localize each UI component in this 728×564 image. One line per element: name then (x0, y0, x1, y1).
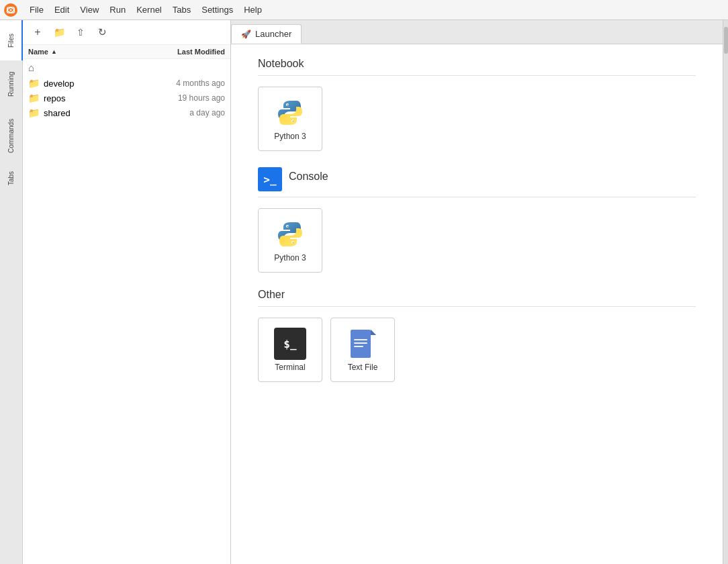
notebook-section-title: Notebook (258, 58, 696, 70)
new-folder-button[interactable]: 📁 (50, 23, 69, 42)
terminal-label: Terminal (275, 363, 305, 372)
terminal-card[interactable]: $_ Terminal (258, 318, 322, 382)
file-list-header: Name ▲ Last Modified (23, 45, 230, 59)
svg-point-3 (10, 9, 12, 11)
launcher-panel: Notebook (231, 44, 723, 564)
python3-console-label: Python 3 (274, 253, 306, 263)
console-divider (258, 197, 696, 197)
file-name: shared (44, 108, 138, 118)
right-scrollbar[interactable] (723, 20, 728, 564)
textfile-label: Text File (348, 363, 378, 372)
notebook-grid: Python 3 (258, 87, 696, 151)
file-date: 19 hours ago (138, 93, 225, 103)
other-divider (258, 306, 696, 307)
col-name-header[interactable]: Name ▲ (28, 48, 138, 56)
python3-notebook-label: Python 3 (274, 132, 306, 141)
menu-view[interactable]: View (75, 2, 104, 17)
folder-icon: 📁 (28, 93, 40, 103)
right-scrollbar-thumb[interactable] (724, 27, 728, 54)
python3-console-icon (274, 218, 306, 250)
refresh-button[interactable]: ↻ (93, 23, 111, 42)
console-section-header: >_ Console (258, 167, 696, 191)
launcher-tab-label: Launcher (255, 29, 291, 39)
svg-point-6 (287, 105, 289, 106)
menu-tabs[interactable]: Tabs (167, 2, 196, 17)
console-grid: Python 3 (258, 208, 696, 273)
commands-label: Commands (7, 119, 14, 153)
main-content: 🚀 Launcher Notebook (231, 20, 723, 564)
file-date: a day ago (138, 108, 225, 117)
file-toolbar: + 📁 ⇧ ↻ (23, 20, 230, 45)
svg-point-10 (287, 226, 289, 228)
main-layout: Files Running Commands Tabs + 📁 ⇧ ↻ (0, 20, 728, 564)
upload-button[interactable]: ⇧ (71, 23, 90, 42)
folder-icon: 📁 (28, 78, 40, 89)
menubar: File Edit View Run Kernel Tabs Settings … (0, 0, 728, 20)
notebook-divider (258, 75, 696, 76)
python3-console-card[interactable]: Python 3 (258, 208, 322, 273)
other-section-title: Other (258, 289, 696, 301)
menu-edit[interactable]: Edit (49, 2, 75, 17)
file-name: repos (44, 93, 138, 103)
notebook-section: Notebook (258, 58, 696, 151)
other-section: Other $_ Terminal (258, 289, 696, 382)
tabs-label: Tabs (7, 171, 14, 185)
activity-files[interactable]: Files (0, 20, 23, 60)
terminal-icon: $_ (274, 328, 306, 360)
new-launcher-button[interactable]: + (28, 23, 47, 42)
python3-notebook-icon (274, 97, 306, 129)
file-item-develop[interactable]: 📁 develop 4 months ago (23, 76, 230, 91)
svg-point-11 (293, 242, 294, 244)
activity-tabs[interactable]: Tabs (0, 164, 23, 191)
file-item-shared[interactable]: 📁 shared a day ago (23, 105, 230, 120)
launcher-tab-icon: 🚀 (241, 30, 251, 39)
home-icon: ⌂ (28, 62, 34, 73)
menu-kernel[interactable]: Kernel (131, 2, 167, 17)
app-logo (3, 2, 19, 18)
file-name: develop (44, 79, 138, 89)
file-date: 4 months ago (138, 79, 225, 88)
tab-launcher[interactable]: 🚀 Launcher (231, 24, 302, 44)
file-item-repos[interactable]: 📁 repos 19 hours ago (23, 91, 230, 105)
menu-settings[interactable]: Settings (196, 2, 238, 17)
col-modified-header: Last Modified (138, 48, 225, 56)
files-label: Files (7, 33, 14, 47)
console-section-title: Console (289, 171, 328, 183)
home-button[interactable]: ⌂ (23, 59, 230, 76)
menu-help[interactable]: Help (238, 2, 267, 17)
textfile-icon (347, 328, 379, 360)
file-panel: + 📁 ⇧ ↻ Name ▲ Last Modified ⌂ (23, 20, 231, 564)
menu-run[interactable]: Run (104, 2, 131, 17)
svg-rect-17 (354, 346, 363, 347)
console-section: >_ Console (258, 167, 696, 273)
svg-rect-16 (354, 342, 367, 344)
activity-bar: Files Running Commands Tabs (0, 20, 23, 564)
activity-running[interactable]: Running (0, 60, 23, 107)
svg-rect-15 (354, 339, 367, 340)
python3-notebook-card[interactable]: Python 3 (258, 87, 322, 151)
console-section-icon: >_ (258, 167, 282, 191)
other-grid: $_ Terminal (258, 318, 696, 382)
running-label: Running (7, 71, 14, 96)
menu-file[interactable]: File (24, 2, 49, 17)
tab-bar: 🚀 Launcher (231, 20, 723, 44)
textfile-card[interactable]: Text File (330, 318, 395, 382)
svg-point-7 (293, 121, 294, 122)
svg-marker-14 (371, 330, 376, 335)
activity-commands[interactable]: Commands (0, 107, 23, 164)
folder-icon: 📁 (28, 107, 40, 118)
